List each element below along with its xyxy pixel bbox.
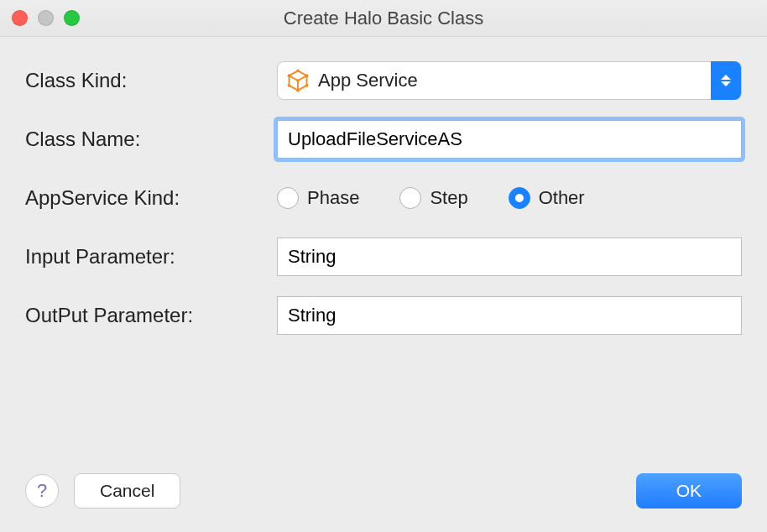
svg-point-0	[296, 69, 300, 72]
appservice-kind-group: Phase Step Other	[277, 187, 742, 209]
ok-label: OK	[676, 481, 702, 500]
cube-icon	[286, 69, 310, 92]
window-controls	[12, 10, 80, 26]
window-title: Create Halo Basic Class	[0, 8, 767, 29]
cancel-label: Cancel	[100, 481, 154, 500]
svg-point-3	[288, 84, 291, 87]
radio-step[interactable]: Step	[399, 187, 467, 209]
class-kind-label: Class Kind:	[25, 69, 277, 92]
radio-label: Step	[430, 187, 467, 209]
ok-button[interactable]: OK	[636, 473, 742, 509]
radio-icon	[399, 187, 421, 209]
radio-label: Phase	[307, 187, 359, 209]
maximize-icon[interactable]	[64, 10, 80, 26]
class-name-label: Class Name:	[25, 128, 277, 151]
radio-icon	[509, 187, 530, 209]
class-name-input[interactable]	[277, 120, 742, 159]
output-param-label: OutPut Parameter:	[25, 304, 277, 327]
appservice-kind-label: AppService Kind:	[25, 186, 277, 210]
radio-icon	[277, 187, 299, 209]
chevron-updown-icon[interactable]	[711, 61, 741, 100]
input-param-input[interactable]	[277, 237, 742, 276]
close-icon[interactable]	[12, 10, 28, 26]
radio-phase[interactable]: Phase	[277, 187, 359, 209]
help-button[interactable]: ?	[25, 474, 59, 508]
radio-label: Other	[539, 187, 585, 209]
svg-point-1	[288, 74, 291, 77]
radio-other[interactable]: Other	[509, 187, 585, 209]
svg-point-4	[305, 84, 309, 87]
help-icon: ?	[37, 480, 47, 502]
input-param-label: Input Parameter:	[25, 245, 277, 269]
svg-point-5	[296, 89, 300, 92]
class-kind-select[interactable]: App Service	[277, 61, 742, 100]
cancel-button[interactable]: Cancel	[74, 473, 180, 509]
titlebar: Create Halo Basic Class	[0, 0, 767, 37]
svg-point-2	[305, 74, 309, 77]
minimize-icon	[38, 10, 54, 26]
form: Class Kind:	[0, 37, 767, 336]
class-kind-value: App Service	[318, 70, 711, 91]
svg-point-6	[296, 79, 300, 82]
footer: ? Cancel OK	[25, 473, 742, 509]
output-param-input[interactable]	[277, 296, 742, 335]
